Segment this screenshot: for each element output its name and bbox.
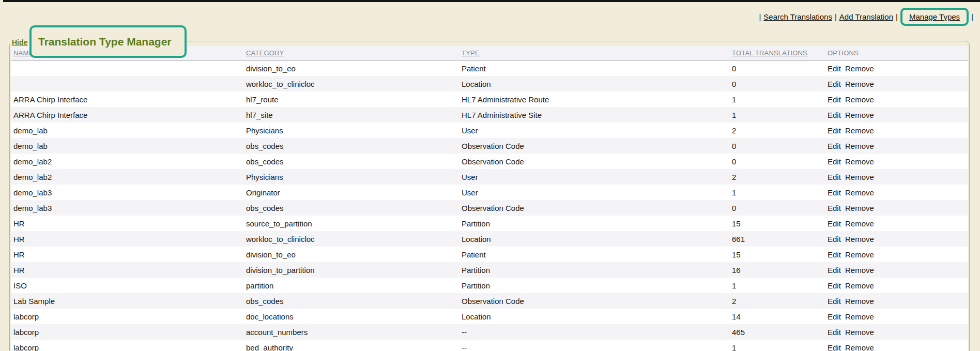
edit-link[interactable]: Edit <box>828 281 841 290</box>
nav-separator: | <box>759 12 761 21</box>
cell-category: doc_locations <box>246 309 462 324</box>
column-header-type: TYPE <box>462 46 732 60</box>
sort-total-link[interactable]: TOTAL TRANSLATIONS <box>732 49 807 57</box>
table-row: labcorp bed_authority -- 1 Edit Remove <box>11 340 968 351</box>
edit-link[interactable]: Edit <box>828 235 841 243</box>
sort-category-link[interactable]: CATEGORY <box>246 49 284 57</box>
edit-link[interactable]: Edit <box>828 312 841 321</box>
hide-panel-link[interactable]: Hide <box>11 38 28 47</box>
remove-link[interactable]: Remove <box>845 204 874 212</box>
remove-link[interactable]: Remove <box>845 235 874 243</box>
cell-total-translations: 0 <box>732 76 828 91</box>
cell-total-translations: 1 <box>732 278 828 293</box>
edit-link[interactable]: Edit <box>828 250 841 259</box>
cell-name: ISO <box>11 278 246 293</box>
cell-name: demo_lab2 <box>11 154 246 169</box>
remove-link[interactable]: Remove <box>845 111 874 119</box>
remove-link[interactable]: Remove <box>845 297 874 306</box>
edit-link[interactable]: Edit <box>828 204 841 212</box>
remove-link[interactable]: Remove <box>845 343 874 351</box>
edit-link[interactable]: Edit <box>828 111 841 119</box>
cell-category: workloc_to_clinicloc <box>246 76 462 91</box>
remove-link[interactable]: Remove <box>845 312 874 321</box>
cell-total-translations: 661 <box>732 231 828 247</box>
cell-name: demo_lab2 <box>11 169 246 185</box>
cell-type: User <box>462 185 732 200</box>
remove-link[interactable]: Remove <box>845 80 874 88</box>
remove-link[interactable]: Remove <box>845 281 874 290</box>
edit-link[interactable]: Edit <box>828 126 841 135</box>
cell-total-translations: 0 <box>732 138 828 154</box>
table-row: Lab Sample obs_codes Observation Code 2 … <box>11 293 968 309</box>
cell-name: labcorp <box>11 324 246 340</box>
cell-options: Edit Remove <box>828 76 968 91</box>
remove-link[interactable]: Remove <box>845 188 874 197</box>
cell-total-translations: 15 <box>732 216 828 231</box>
remove-link[interactable]: Remove <box>845 173 874 181</box>
cell-options: Edit Remove <box>828 200 968 216</box>
cell-total-translations: 2 <box>732 123 828 138</box>
cell-type: Patient <box>462 247 732 262</box>
cell-type: User <box>462 169 732 185</box>
remove-link[interactable]: Remove <box>845 95 874 104</box>
cell-type: Patient <box>462 60 732 76</box>
table-row: labcorp doc_locations Location 14 Edit R… <box>11 309 968 324</box>
edit-link[interactable]: Edit <box>828 343 841 351</box>
remove-link[interactable]: Remove <box>845 328 874 337</box>
cell-type: Partition <box>462 262 732 278</box>
cell-total-translations: 465 <box>732 324 828 340</box>
edit-link[interactable]: Edit <box>828 219 841 228</box>
remove-link[interactable]: Remove <box>845 126 874 135</box>
cell-options: Edit Remove <box>828 185 968 200</box>
edit-link[interactable]: Edit <box>828 142 841 150</box>
cell-category: account_numbers <box>246 324 462 340</box>
manage-types-highlight-box: Manage Types <box>900 8 969 26</box>
cell-type: Partition <box>462 216 732 231</box>
nav-separator: | <box>835 12 837 21</box>
remove-link[interactable]: Remove <box>845 64 874 73</box>
nav-separator: | <box>896 12 898 21</box>
remove-link[interactable]: Remove <box>845 266 874 274</box>
top-nav: | Search Translations | Add Translation … <box>756 6 976 27</box>
cell-category: partition <box>246 278 462 293</box>
cell-total-translations: 15 <box>732 247 828 262</box>
table-row: demo_lab obs_codes Observation Code 0 Ed… <box>11 138 968 154</box>
remove-link[interactable]: Remove <box>845 250 874 259</box>
table-row: labcorp account_numbers -- 465 Edit Remo… <box>11 324 968 340</box>
cell-category: Originator <box>246 185 462 200</box>
nav-link-search-translations[interactable]: Search Translations <box>763 12 832 21</box>
cell-options: Edit Remove <box>828 309 968 324</box>
edit-link[interactable]: Edit <box>828 80 841 88</box>
remove-link[interactable]: Remove <box>845 157 874 166</box>
cell-name: demo_lab3 <box>11 185 246 200</box>
edit-link[interactable]: Edit <box>828 173 841 181</box>
sort-type-link[interactable]: TYPE <box>462 49 480 57</box>
cell-options: Edit Remove <box>828 293 968 309</box>
table-row: demo_lab3 Originator User 1 Edit Remove <box>11 185 968 200</box>
translation-type-manager-panel: NAME CATEGORY TYPE TOTAL TRANSLATIONS OP… <box>9 41 970 351</box>
table-row: demo_lab2 obs_codes Observation Code 0 E… <box>11 154 968 169</box>
nav-link-add-translation[interactable]: Add Translation <box>839 12 893 21</box>
edit-link[interactable]: Edit <box>828 328 841 337</box>
cell-name: demo_lab3 <box>11 200 246 216</box>
cell-type: HL7 Administrative Site <box>462 107 732 123</box>
edit-link[interactable]: Edit <box>828 95 841 104</box>
edit-link[interactable]: Edit <box>828 64 841 73</box>
remove-link[interactable]: Remove <box>845 142 874 150</box>
cell-total-translations: 1 <box>732 91 828 107</box>
cell-total-translations: 1 <box>732 185 828 200</box>
table-row: HR division_to_eo Patient 15 Edit Remove <box>11 247 968 262</box>
edit-link[interactable]: Edit <box>828 157 841 166</box>
edit-link[interactable]: Edit <box>828 297 841 306</box>
cell-total-translations: 1 <box>732 107 828 123</box>
table-row: ISO partition Partition 1 Edit Remove <box>11 278 968 293</box>
edit-link[interactable]: Edit <box>828 188 841 197</box>
column-header-options: OPTIONS <box>828 46 968 60</box>
cell-category: hl7_route <box>246 91 462 107</box>
nav-link-manage-types[interactable]: Manage Types <box>909 12 960 21</box>
edit-link[interactable]: Edit <box>828 266 841 274</box>
cell-category: bed_authority <box>246 340 462 351</box>
cell-name: HR <box>11 231 246 247</box>
page-title: Translation Type Manager <box>38 36 172 48</box>
remove-link[interactable]: Remove <box>845 219 874 228</box>
